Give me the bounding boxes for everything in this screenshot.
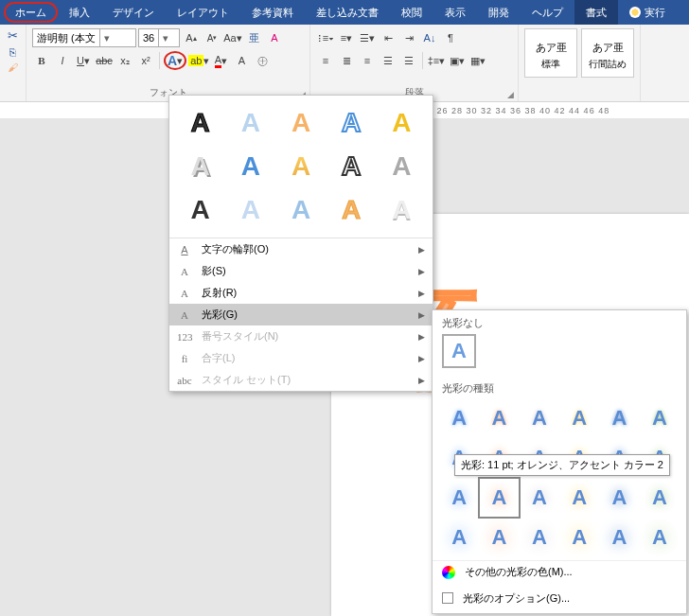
glow-option[interactable]: A	[440, 479, 478, 517]
tab-format[interactable]: 書式	[574, 0, 618, 25]
style-nospacing[interactable]: あア亜行間詰め	[581, 28, 634, 78]
numstyle-icon: 123	[177, 331, 192, 343]
shrink-font-button[interactable]: A▾	[203, 28, 221, 47]
glow-option[interactable]: A	[521, 519, 558, 556]
menu-outline[interactable]: A文字の輪郭(O)▶	[169, 238, 433, 260]
glow-option[interactable]: A	[440, 399, 478, 437]
tab-design[interactable]: デザイン	[101, 0, 166, 25]
glow-none-option[interactable]: A	[442, 334, 476, 368]
glow-option[interactable]: A	[560, 519, 598, 556]
preset[interactable]: A	[328, 147, 375, 186]
font-color-button[interactable]: A▾	[211, 51, 230, 70]
dec-indent-button[interactable]: ⇤	[379, 28, 398, 47]
font-name-select[interactable]: 游明朝 (本文▾	[32, 28, 136, 47]
enclose-button[interactable]: ㊉	[253, 51, 272, 70]
tab-references[interactable]: 参考資料	[240, 0, 305, 25]
cut-icon[interactable]: ✂	[8, 28, 18, 43]
shading-button[interactable]: ▣▾	[448, 51, 467, 70]
styleset-icon: abc	[177, 375, 192, 386]
glow-option[interactable]: A	[600, 479, 638, 517]
font-size-select[interactable]: 36▾	[138, 28, 180, 47]
glow-option[interactable]: A	[641, 479, 679, 517]
align-left-button[interactable]: ≡	[316, 51, 335, 70]
multilevel-button[interactable]: ☰▾	[358, 28, 377, 47]
glow-option[interactable]: A	[480, 399, 518, 437]
chevron-down-icon[interactable]: ▾	[99, 29, 111, 46]
menu-reflect[interactable]: A反射(R)▶	[169, 282, 433, 304]
tab-developer[interactable]: 開発	[477, 0, 521, 25]
highlight-button[interactable]: ab▾	[188, 51, 209, 70]
menu-glow[interactable]: A光彩(G)▶	[169, 304, 433, 326]
glow-variations-header: 光彩の種類	[433, 376, 686, 399]
preset[interactable]: A	[277, 147, 324, 186]
strike-button[interactable]: abc	[95, 51, 114, 70]
subscript-button[interactable]: x₂	[115, 51, 134, 70]
preset[interactable]: A	[177, 103, 223, 143]
change-case-button[interactable]: Aa▾	[223, 28, 242, 47]
tab-view[interactable]: 表示	[433, 0, 477, 25]
sort-button[interactable]: A↓	[420, 28, 439, 47]
chevron-down-icon[interactable]: ▾	[158, 29, 169, 46]
ligature-icon: fi	[177, 353, 192, 364]
style-normal[interactable]: あア亜標準	[524, 28, 577, 78]
copy-icon[interactable]: ⎘	[9, 46, 16, 58]
bulb-icon	[629, 7, 641, 18]
preset[interactable]: A	[379, 103, 425, 143]
tab-home[interactable]: ホーム	[4, 2, 58, 23]
preset[interactable]: A	[227, 190, 274, 230]
preset[interactable]: A	[177, 147, 223, 186]
glow-option[interactable]: A	[641, 519, 679, 556]
phonetic-button[interactable]: 亜	[244, 28, 263, 47]
glow-options[interactable]: 光彩のオプション(G)...	[433, 587, 686, 609]
align-center-button[interactable]: ≣	[337, 51, 356, 70]
clear-format-button[interactable]: A	[265, 28, 284, 47]
preset[interactable]: A	[177, 190, 223, 230]
char-shading-button[interactable]: A	[232, 51, 251, 70]
inc-indent-button[interactable]: ⇥	[399, 28, 418, 47]
tab-review[interactable]: 校閲	[390, 0, 433, 25]
tab-insert[interactable]: 挿入	[58, 0, 101, 25]
preset[interactable]: A	[328, 190, 375, 230]
line-spacing-button[interactable]: ‡≡▾	[427, 51, 446, 70]
dialog-launcher-icon[interactable]: ◢	[507, 90, 514, 99]
preset[interactable]: A	[227, 147, 274, 186]
show-marks-button[interactable]: ¶	[441, 28, 460, 47]
glow-none-header: 光彩なし	[433, 310, 686, 334]
superscript-button[interactable]: x²	[136, 51, 155, 70]
glow-option[interactable]: A	[521, 479, 558, 517]
glow-option[interactable]: A	[480, 519, 518, 556]
glow-option[interactable]: A	[641, 399, 679, 437]
glow-option[interactable]: A	[560, 479, 598, 517]
tab-help[interactable]: ヘルプ	[521, 0, 574, 25]
borders-button[interactable]: ▦▾	[468, 51, 487, 70]
tab-layout[interactable]: レイアウト	[166, 0, 240, 25]
bold-button[interactable]: B	[32, 51, 51, 70]
distribute-button[interactable]: ☰	[399, 51, 418, 70]
glow-option[interactable]: A	[600, 399, 638, 437]
bullets-button[interactable]: ⫶≡▾	[316, 28, 335, 47]
preset[interactable]: A	[328, 103, 375, 143]
tab-mailings[interactable]: 差し込み文書	[305, 0, 390, 25]
glow-option[interactable]: A	[440, 519, 478, 556]
grow-font-button[interactable]: A▴	[182, 28, 201, 47]
glow-option[interactable]: A	[600, 519, 638, 556]
tab-tellme[interactable]: 実行	[618, 0, 677, 25]
justify-button[interactable]: ☰	[379, 51, 398, 70]
glow-option[interactable]: A	[521, 399, 558, 437]
tellme-label: 実行	[645, 6, 665, 20]
underline-button[interactable]: U▾	[74, 51, 93, 70]
italic-button[interactable]: I	[53, 51, 72, 70]
preset[interactable]: A	[379, 147, 425, 186]
menu-shadow[interactable]: A影(S)▶	[169, 260, 433, 282]
align-right-button[interactable]: ≡	[358, 51, 377, 70]
glow-option-selected[interactable]: A	[480, 479, 518, 517]
preset[interactable]: A	[227, 103, 274, 143]
glow-more-colors[interactable]: その他の光彩の色(M)...	[433, 560, 686, 583]
glow-option[interactable]: A	[560, 399, 598, 437]
numbering-button[interactable]: ≡▾	[337, 28, 356, 47]
preset[interactable]: A	[277, 190, 324, 230]
preset[interactable]: A	[379, 190, 425, 230]
paste-icon[interactable]: 🖌	[8, 62, 18, 73]
text-effects-button[interactable]: A▾	[164, 51, 186, 70]
preset[interactable]: A	[277, 103, 324, 143]
